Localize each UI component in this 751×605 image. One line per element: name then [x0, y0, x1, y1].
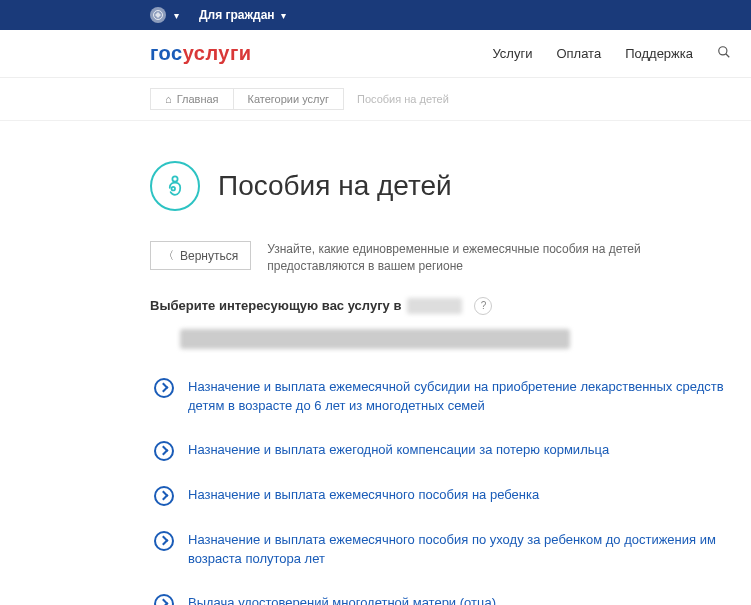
select-service-row: Выберите интересующую вас услугу в ? — [150, 297, 731, 315]
logo[interactable]: госуслуги — [150, 42, 252, 65]
region-name-blurred — [407, 298, 462, 314]
chevron-down-icon[interactable]: ▾ — [174, 10, 179, 21]
breadcrumb-home[interactable]: ⌂ Главная — [150, 88, 234, 110]
service-item[interactable]: Назначение и выплата ежемесячного пособи… — [154, 475, 731, 520]
service-label: Назначение и выплата ежемесячного пособи… — [188, 530, 731, 569]
main-nav: Услуги Оплата Поддержка — [492, 45, 731, 62]
svg-point-3 — [172, 176, 177, 181]
help-icon[interactable]: ? — [474, 297, 492, 315]
page-header: Пособия на детей — [150, 161, 731, 211]
header: госуслуги Услуги Оплата Поддержка — [0, 30, 751, 78]
nav-support[interactable]: Поддержка — [625, 46, 693, 61]
chevron-down-icon[interactable]: ▾ — [281, 10, 286, 21]
breadcrumb-home-label: Главная — [177, 93, 219, 105]
chevron-circle-icon — [154, 531, 174, 551]
nav-services[interactable]: Услуги — [492, 46, 532, 61]
page-title: Пособия на детей — [218, 170, 452, 202]
service-label: Назначение и выплата ежемесячной субсиди… — [188, 377, 731, 416]
service-label: Назначение и выплата ежемесячного пособи… — [188, 485, 539, 505]
annotation-arrow — [0, 558, 180, 605]
service-label: Выдача удостоверений многодетной матери … — [188, 593, 496, 605]
top-bar: ▾ Для граждан ▾ — [0, 0, 751, 30]
svg-point-4 — [172, 187, 176, 191]
back-button-label: Вернуться — [180, 249, 238, 263]
chevron-circle-icon — [154, 441, 174, 461]
search-icon[interactable] — [717, 45, 731, 62]
service-item[interactable]: Назначение и выплата ежемесячной субсиди… — [154, 367, 731, 430]
logo-part2: услуги — [183, 42, 252, 64]
service-item[interactable]: Выдача удостоверений многодетной матери … — [154, 583, 731, 605]
service-label: Назначение и выплата ежегодной компенсац… — [188, 440, 609, 460]
home-icon: ⌂ — [165, 93, 172, 105]
logo-part1: гос — [150, 42, 183, 64]
service-item[interactable]: Назначение и выплата ежегодной компенсац… — [154, 430, 731, 475]
emblem-icon — [150, 7, 166, 23]
breadcrumb-current: Пособия на детей — [343, 89, 463, 109]
svg-point-1 — [719, 47, 727, 55]
back-button[interactable]: 〈 Вернуться — [150, 241, 251, 270]
nav-payment[interactable]: Оплата — [556, 46, 601, 61]
chevron-circle-icon — [154, 378, 174, 398]
breadcrumb-categories[interactable]: Категории услуг — [233, 88, 344, 110]
content: Пособия на детей 〈 Вернуться Узнайте, ка… — [0, 121, 751, 605]
service-item[interactable]: Назначение и выплата ежемесячного пособи… — [154, 520, 731, 583]
intro-text: Узнайте, какие единовременные и ежемесяч… — [267, 241, 731, 275]
audience-selector[interactable]: Для граждан — [199, 8, 275, 22]
services-list: Назначение и выплата ежемесячной субсиди… — [154, 367, 731, 605]
category-icon — [150, 161, 200, 211]
chevron-left-icon: 〈 — [163, 248, 174, 263]
breadcrumbs: ⌂ Главная Категории услуг Пособия на дет… — [0, 78, 751, 121]
select-prefix: Выберите интересующую вас услугу в — [150, 298, 401, 313]
chevron-circle-icon — [154, 594, 174, 605]
chevron-circle-icon — [154, 486, 174, 506]
svg-line-2 — [726, 54, 730, 58]
blurred-bar — [180, 329, 570, 349]
breadcrumb-cat-label: Категории услуг — [248, 93, 329, 105]
